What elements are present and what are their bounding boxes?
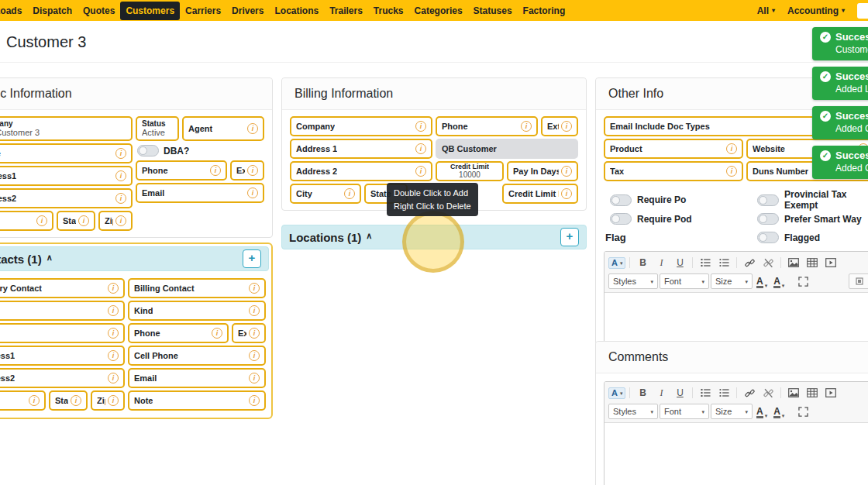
agent-field[interactable]: Agent i <box>182 116 264 141</box>
nav-item-trucks[interactable]: Trucks <box>368 2 409 20</box>
nav-item-factoring[interactable]: Factoring <box>518 2 571 20</box>
info-icon[interactable]: i <box>115 170 126 181</box>
unlink-icon[interactable] <box>760 386 777 400</box>
billing-address2-field[interactable]: Address 2 i <box>290 161 432 181</box>
name-field[interactable]: Name i <box>0 143 133 163</box>
info-icon[interactable]: i <box>561 121 572 132</box>
contact-ext-field[interactable]: Ext i <box>232 323 266 343</box>
info-icon[interactable]: i <box>115 148 126 159</box>
company-field[interactable]: Company Test Customer 3 <box>0 116 133 141</box>
nav-all-dropdown[interactable]: All ▾ <box>757 5 775 16</box>
nav-cutoff-element[interactable] <box>857 3 868 19</box>
nav-item-quotes[interactable]: Quotes <box>78 2 120 20</box>
info-icon[interactable]: i <box>108 395 119 406</box>
toast-success-2[interactable]: ✓ Success Added Location <box>812 67 868 100</box>
format-dropdown[interactable]: A ▾ <box>608 387 625 399</box>
info-icon[interactable]: i <box>36 215 47 226</box>
video-icon[interactable] <box>822 386 839 400</box>
state-field[interactable]: State i <box>57 211 95 231</box>
phone-field[interactable]: Phone i <box>136 160 227 181</box>
info-icon[interactable]: i <box>108 283 119 294</box>
background-color-button[interactable]: A ▾ <box>771 274 787 288</box>
contact-address2-field[interactable]: Address2 i <box>0 368 125 388</box>
billing-company-field[interactable]: Company i <box>290 116 432 136</box>
info-icon[interactable]: i <box>415 121 426 132</box>
editor-overflow-button[interactable] <box>849 273 868 289</box>
qb-customer-field[interactable]: QB Customer <box>436 139 578 159</box>
contact-state-field[interactable]: State i <box>49 390 88 411</box>
add-contact-button[interactable]: + <box>243 249 261 268</box>
status-field[interactable]: Status Active <box>136 116 179 141</box>
info-icon[interactable]: i <box>561 166 572 177</box>
pay-in-days-field[interactable]: Pay In Days i <box>507 161 578 181</box>
contact-zip-field[interactable]: Zip i <box>91 390 125 411</box>
product-field[interactable]: Product i <box>604 139 743 159</box>
info-icon[interactable]: i <box>115 193 126 204</box>
nav-item-categories[interactable]: Categories <box>409 2 468 20</box>
size-select[interactable]: Size ▾ <box>711 273 753 289</box>
info-icon[interactable]: i <box>249 373 260 384</box>
image-icon[interactable] <box>785 386 802 400</box>
zip-field[interactable]: Zip i <box>98 211 133 231</box>
tax-field[interactable]: Tax i <box>604 161 743 181</box>
info-icon[interactable]: i <box>78 215 89 226</box>
info-icon[interactable]: i <box>415 143 426 154</box>
nav-item-customers[interactable]: Customers <box>120 2 180 20</box>
billing-phone-field[interactable]: Phone i <box>436 116 538 136</box>
contact-city-field[interactable]: City i <box>0 390 46 411</box>
info-icon[interactable]: i <box>108 328 119 339</box>
prefer-smart-way-toggle[interactable] <box>757 213 779 225</box>
info-icon[interactable]: i <box>249 328 260 339</box>
contact-kind-field[interactable]: Kind i <box>128 301 266 321</box>
bold-button[interactable]: B <box>634 386 651 400</box>
info-icon[interactable]: i <box>71 395 81 406</box>
contact-phone2-field[interactable]: Phone i <box>128 323 229 343</box>
info-icon[interactable]: i <box>108 373 119 384</box>
info-icon[interactable]: i <box>247 165 258 176</box>
video-icon[interactable] <box>822 256 839 270</box>
background-color-button[interactable]: A ▾ <box>771 404 787 418</box>
contact-phone-field[interactable]: Phone Bob i <box>0 323 125 343</box>
text-color-button[interactable]: A ▾ <box>754 274 770 288</box>
nav-item-trailers[interactable]: Trailers <box>324 2 368 20</box>
billing-address1-field[interactable]: Address 1 i <box>290 139 432 159</box>
nav-item-dispatch[interactable]: Dispatch <box>27 2 78 20</box>
underline-button[interactable]: U <box>671 386 688 400</box>
toast-success-4[interactable]: ✓ Success Added Customer <box>812 146 868 179</box>
text-color-button[interactable]: A ▾ <box>754 404 770 418</box>
billing-city-field[interactable]: City i <box>290 184 361 204</box>
table-icon[interactable] <box>804 256 821 270</box>
numbered-list-icon[interactable] <box>697 386 714 400</box>
styles-select[interactable]: Styles ▾ <box>608 404 658 419</box>
city-field[interactable]: City i <box>0 211 53 231</box>
contact-address1-field[interactable]: Address1 i <box>0 346 125 366</box>
credit-limit-field[interactable]: Credit Limit 10000 <box>436 161 504 181</box>
dba-toggle[interactable] <box>137 145 159 157</box>
info-icon[interactable]: i <box>249 395 260 406</box>
contact-name-field[interactable]: Name i <box>0 301 125 321</box>
info-icon[interactable]: i <box>210 165 221 176</box>
primary-contact-field[interactable]: Primary Contact i <box>0 278 125 298</box>
info-icon[interactable]: i <box>249 305 260 316</box>
nav-item-loads[interactable]: Loads <box>0 2 27 20</box>
info-icon[interactable]: i <box>249 283 260 294</box>
require-pod-toggle[interactable] <box>610 213 632 225</box>
maximize-icon[interactable] <box>794 404 811 418</box>
provincial-tax-exempt-toggle[interactable] <box>757 194 779 206</box>
contacts-header[interactable]: Contacts (1) ∧ + <box>0 246 269 271</box>
info-icon[interactable]: i <box>247 187 258 198</box>
nav-item-drivers[interactable]: Drivers <box>226 2 269 20</box>
toast-success-3[interactable]: ✓ Success Added Contact <box>812 106 868 139</box>
info-icon[interactable]: i <box>247 123 258 134</box>
info-icon[interactable]: i <box>108 350 119 361</box>
underline-button[interactable]: U <box>671 256 688 270</box>
nav-item-locations[interactable]: Locations <box>269 2 324 20</box>
table-icon[interactable] <box>804 386 821 400</box>
nav-accounting-dropdown[interactable]: Accounting ▾ <box>787 5 845 16</box>
billing-contact-field[interactable]: Billing Contact i <box>128 278 266 298</box>
add-location-button[interactable]: + <box>560 228 579 246</box>
info-icon[interactable]: i <box>344 188 355 199</box>
image-icon[interactable] <box>785 256 802 270</box>
info-icon[interactable]: i <box>212 328 222 339</box>
billing-ext-field[interactable]: Ext i <box>541 116 578 136</box>
